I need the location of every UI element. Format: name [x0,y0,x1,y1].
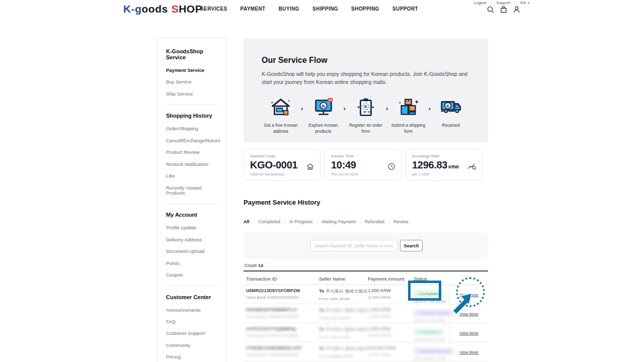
sidebar-section-title: K-GoodsShop Service [166,48,217,60]
sidebar-item-recently-viewed-products[interactable]: Recently Viewed Products [166,186,217,196]
bank-account: Hana Bank 40591003318304 [246,295,300,300]
home-icon [306,162,314,173]
sidebar-divider [166,203,217,204]
service-step: Submit a shipping form [389,96,428,135]
user-icon[interactable] [512,5,521,14]
result-count: Count14 [245,263,263,268]
buyer-from: From John Smith [319,297,367,301]
sidebar-item-product-review[interactable]: Product Review [166,150,217,155]
info-card-korean-time[interactable]: Korean Time10:49Thu Jul 04 2024 [325,149,401,181]
bank-account: Hana Bank 40591003318304 [246,352,302,357]
seller-name-cell: To 주식회사 엠에스엠피From Agatha Smith [319,345,367,358]
sidebar-item-profile-update[interactable]: Profile Update [166,225,217,230]
sidebar-item-pricing[interactable]: Pricing [166,354,217,359]
truck-icon: K [432,96,470,120]
nav-item-buying[interactable]: BUYING [279,6,299,12]
boxes-icon [389,96,428,120]
payment-amount-sub: (1,500 KRW) [368,333,391,338]
tab-in-progress[interactable]: In Progress [289,219,312,224]
sidebar-section-title: My Account [166,212,217,218]
view-more-cell: View More [449,304,488,323]
history-tabs: All|Completed|In Progress|Waiting Paymen… [244,219,409,224]
rate-chart-icon [467,162,476,172]
tab-separator: | [388,220,389,224]
sidebar-item-delivery-address[interactable]: Delivery Address [166,237,217,242]
view-more-link[interactable]: View More [459,350,478,354]
search-icon[interactable] [486,5,495,14]
step-label: Register an order form [347,122,385,135]
card-label: Korean Time [331,154,395,158]
tab-completed[interactable]: Completed [259,219,281,224]
utility-en[interactable]: EN∨ [516,1,534,5]
card-value: 10:49 [331,159,395,171]
sidebar-item-points[interactable]: Points [166,261,217,266]
status-date: 2024-07-01 11:40 [414,337,445,342]
svg-text:K: K [364,104,368,109]
sidebar-item-buy-service[interactable]: Buy Service [166,79,217,84]
seller-name-cell: To 주식회사 엠에스엠피From John Smith [319,326,367,339]
view-more-link[interactable]: View More [459,312,478,316]
sidebar-item-payment-service[interactable]: Payment Service [166,68,217,73]
payment-amount: 534,000 KRW [368,345,396,350]
buyer-from: From John Smith [319,335,367,339]
tab-all[interactable]: All [244,219,250,224]
seller-to: To 주식회사 엠에스엠피 [319,345,367,352]
card-sublabel: Click for full address [250,172,314,176]
view-more-link[interactable]: View More [459,293,478,297]
utility-support[interactable]: Support [492,1,515,5]
step-arrow-icon: › [301,105,303,112]
sidebar-item-cancell-exchange-return[interactable]: Cancell/Exchange/Return [166,138,217,143]
info-card-address-code[interactable]: Address CodeKGO-0001Click for full addre… [244,149,320,181]
count-label: Count [245,263,257,268]
service-step: KExplore Korean products [304,96,343,135]
transaction-id-cell: HGNWD44T0MBB9TL17Hana Bank 4059100331830… [246,307,298,319]
column-header-status: Status [414,276,427,282]
tab-refunded[interactable]: Refunded [365,219,384,224]
step-label: Received [432,122,470,129]
sidebar-item-like[interactable]: Like [166,173,217,178]
logo[interactable]: K-goodsSHOP [123,3,202,15]
payment-amount-sub: (1,500 KRW) [368,295,391,300]
buyer-from: From John Smith [319,316,367,320]
step-label: Explore Korean products [304,122,343,135]
bag-icon[interactable] [499,5,508,14]
search-input[interactable] [310,240,397,251]
sidebar-item-faq[interactable]: FAQ [166,319,217,324]
sidebar-item-document-upload[interactable]: Document Upload [166,249,217,254]
tab-separator: | [316,220,317,224]
sidebar-item-restock-notification[interactable]: Restock Notification [166,162,217,167]
seller-to: To 주식회사 엠에스엠피 [319,307,367,314]
sidebar-item-community[interactable]: Community [166,343,217,348]
sidebar-item-announcements[interactable]: Announcements [166,308,217,313]
nav-item-payment[interactable]: PAYMENT [240,6,266,12]
tab-waiting-payment[interactable]: Waiting Payment [321,219,356,224]
search-button[interactable]: Search [400,240,423,251]
tab-review[interactable]: Review [393,219,409,224]
transaction-id: HGNWD44T0MBB9TL17 [246,307,298,312]
table-header-row: Transaction IDSeller NamePayment AmountS… [244,272,488,285]
nav-item-shopping[interactable]: SHOPPING [351,6,379,12]
table-row: A4TK37X0Y7UQ8ME9QHana Bank 4059100331830… [244,323,488,342]
status-cell: • Waiting Payment2024-07-02 14:30 [414,307,454,323]
payment-amount-cell: 1,000 KRW(1,500 KRW) [368,288,391,300]
sidebar-item-coupon[interactable]: Coupon [166,273,217,278]
sidebar-item-customer-support[interactable]: Customer Support [166,331,217,336]
status-date: 2024-06-30 17:05 [414,356,454,361]
transaction-id: VTW1BLH1RKMM20LAHT [246,345,302,350]
card-sublabel: per 1 USD [412,172,476,176]
view-more-link[interactable]: View More [459,331,478,335]
nav-item-support[interactable]: SUPPORT [392,6,418,12]
seller-to: To 주식회사 엠에스엠피 [319,288,367,295]
sidebar-item-order-shipping[interactable]: Order/Shipping [166,126,217,131]
status-badge: • Completed [414,290,444,298]
info-card-exchange-rate[interactable]: Exchange Rate1296.83KRWper 1 USD [406,149,482,181]
nav-item-shipping[interactable]: SHIPPING [312,6,338,12]
payment-amount: 1,000 KRW [368,288,391,293]
payment-amount-sub: (1,500 KRW) [368,314,391,319]
table-row: VTW1BLH1RKMM20LAHTHana Bank 405910033183… [244,342,488,361]
svg-text:K: K [321,103,325,109]
nav-item-services[interactable]: SERVICES [200,6,227,12]
utility-logout[interactable]: Logout [469,1,491,5]
sidebar-item-ship-service[interactable]: Ship Service [166,92,217,97]
status-badge: • Waiting Payment [414,347,454,355]
